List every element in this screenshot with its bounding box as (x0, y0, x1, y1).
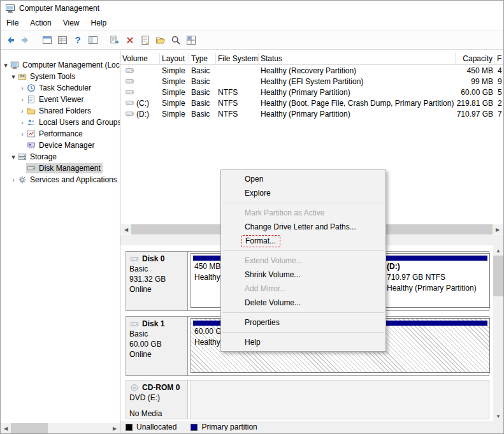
table-row[interactable]: (D:) Simple Basic NTFS Healthy (Primary … (120, 108, 503, 119)
expander-collapsed-icon[interactable]: › (18, 84, 26, 92)
expander-expanded-icon[interactable]: ▾ (10, 73, 17, 81)
menu-separator (222, 332, 384, 333)
tree-item-label: Services and Applications (30, 175, 117, 184)
performance-icon (27, 129, 36, 138)
event-viewer-icon (27, 95, 36, 104)
menu-item-explore[interactable]: Explore (221, 186, 385, 200)
table-row[interactable]: Simple Basic Healthy (EFI System Partiti… (120, 76, 503, 87)
column-header-file-system[interactable]: File System (216, 53, 259, 65)
cell-capacity: 99 MB (456, 77, 495, 86)
menu-help[interactable]: Help (85, 17, 113, 29)
tree-item-shared-folders[interactable]: › Shared Folders (1, 105, 120, 117)
tree-horizontal-scrollbar[interactable]: ◀ ▶ (1, 423, 120, 433)
help-icon[interactable]: ? (71, 33, 85, 47)
scroll-right-icon[interactable]: ▶ (493, 224, 503, 235)
tree-item-disk-management[interactable]: Disk Management (1, 163, 120, 174)
cdrom0-label[interactable]: CD-ROM 0 DVD (E:) No Media (126, 380, 188, 419)
menu-item-change-drive-letter[interactable]: Change Drive Letter and Paths... (221, 220, 385, 234)
back-icon[interactable] (3, 33, 17, 47)
cell-layout: Simple (160, 88, 189, 97)
tree-item-local-users-and-groups[interactable]: › Local Users and Groups (1, 117, 120, 128)
volume-icon (125, 110, 134, 118)
tree-item-task-scheduler[interactable]: › Task Scheduler (1, 82, 120, 94)
format-annotation-box[interactable]: Format... (241, 235, 280, 247)
table-row[interactable]: (C:) Simple Basic NTFS Healthy (Boot, Pa… (120, 98, 503, 108)
menu-view[interactable]: View (57, 17, 85, 29)
column-header-status[interactable]: Status (259, 53, 456, 65)
menu-item-delete-volume[interactable]: Delete Volume... (221, 296, 385, 310)
scroll-left-icon[interactable]: ◀ (1, 423, 11, 433)
column-header-layout[interactable]: Layout (160, 53, 189, 65)
table-row[interactable]: Simple Basic NTFS Healthy (Primary Parti… (120, 87, 503, 98)
scrollbar-thumb[interactable] (11, 423, 48, 433)
disk0-label[interactable]: Disk 0 Basic 931.32 GB Online (126, 252, 188, 310)
disk1-label[interactable]: Disk 1 Basic 60.00 GB Online (126, 317, 188, 375)
disk-type: Basic (129, 329, 184, 339)
open-folder-icon[interactable] (154, 33, 168, 47)
menu-item-help[interactable]: Help (221, 335, 385, 349)
column-header-volume[interactable]: Volume (120, 53, 160, 65)
scrollbar-thumb[interactable] (493, 256, 503, 296)
cell-file-system: NTFS (216, 88, 259, 97)
table-row[interactable]: Simple Basic Healthy (Recovery Partition… (120, 65, 503, 76)
menu-item-properties[interactable]: Properties (221, 315, 385, 329)
tree-item-performance[interactable]: › Performance (1, 128, 120, 140)
list-view-icon[interactable] (55, 33, 69, 47)
forward-icon[interactable] (18, 33, 32, 47)
export-list-icon[interactable] (108, 33, 122, 47)
menu-file[interactable]: File (1, 17, 24, 29)
column-header-type[interactable]: Type (189, 53, 216, 65)
tree-item-system-tools[interactable]: ▾ System Tools (1, 71, 120, 82)
expander-collapsed-icon[interactable]: › (18, 107, 26, 115)
tree-item-services-and-applications[interactable]: › Services and Applications (1, 174, 120, 185)
volume-icon (125, 88, 134, 96)
partition-d[interactable]: (D:) 710.97 GB NTFS Healthy (Primary Par… (383, 253, 490, 308)
menu-item-open[interactable]: Open (221, 172, 385, 186)
unallocated-swatch (126, 424, 133, 431)
expander-collapsed-icon[interactable]: › (18, 119, 26, 126)
graphical-view-vertical-scrollbar[interactable]: ▲ ▼ (493, 245, 503, 421)
disk-icon (129, 320, 140, 328)
primary-partition-swatch (191, 424, 198, 431)
menu-item-shrink-volume[interactable]: Shrink Volume... (221, 268, 385, 282)
window-icon[interactable] (40, 33, 54, 47)
cell-free-space: 4 (495, 66, 503, 75)
cell-free-space: 7 (495, 110, 503, 119)
tree-item-label: Computer Management (Local (22, 61, 120, 69)
menu-action[interactable]: Action (24, 17, 57, 29)
tree-item-computer-management[interactable]: ▾ Computer Management (Local (1, 59, 120, 71)
menu-separator (222, 312, 384, 313)
column-header-capacity[interactable]: Capacity (456, 53, 495, 65)
delete-icon[interactable] (123, 33, 137, 47)
expander-collapsed-icon[interactable]: › (18, 130, 26, 138)
disk-settings-icon[interactable] (184, 33, 198, 47)
services-icon (18, 175, 27, 184)
partition-status: Healthy (Primary Partition) (384, 283, 489, 293)
scroll-up-icon[interactable]: ▲ (493, 245, 503, 256)
tree-item-event-viewer[interactable]: › Event Viewer (1, 94, 120, 105)
expander-expanded-icon[interactable]: ▾ (10, 153, 17, 161)
menu-item-format[interactable]: Format... (221, 234, 385, 248)
expander-collapsed-icon[interactable]: › (10, 176, 17, 184)
task-scheduler-icon (27, 83, 36, 92)
scroll-left-icon[interactable]: ◀ (121, 224, 131, 235)
console-tree-icon[interactable] (86, 33, 100, 47)
scroll-down-icon[interactable]: ▼ (493, 411, 503, 421)
cell-type: Basic (189, 88, 216, 97)
app-icon (5, 3, 15, 13)
window-title: Computer Management (19, 4, 99, 13)
expander-expanded-icon[interactable]: ▾ (2, 61, 10, 69)
cell-file-system: NTFS (216, 110, 259, 119)
tree-item-storage[interactable]: ▾ Storage (1, 151, 120, 163)
cell-layout: Simple (160, 110, 189, 119)
volume-icon (125, 66, 134, 75)
expander-collapsed-icon[interactable]: › (18, 96, 26, 103)
cdrom-media-area[interactable] (191, 380, 489, 419)
cell-type: Basic (189, 99, 216, 108)
properties-icon[interactable] (138, 33, 152, 47)
search-icon[interactable] (169, 33, 183, 47)
tree-item-device-manager[interactable]: Device Manager (1, 140, 120, 151)
cell-status: Healthy (EFI System Partition) (259, 77, 456, 86)
column-header-free-space[interactable]: F (495, 53, 503, 65)
scroll-right-icon[interactable]: ▶ (110, 423, 120, 433)
